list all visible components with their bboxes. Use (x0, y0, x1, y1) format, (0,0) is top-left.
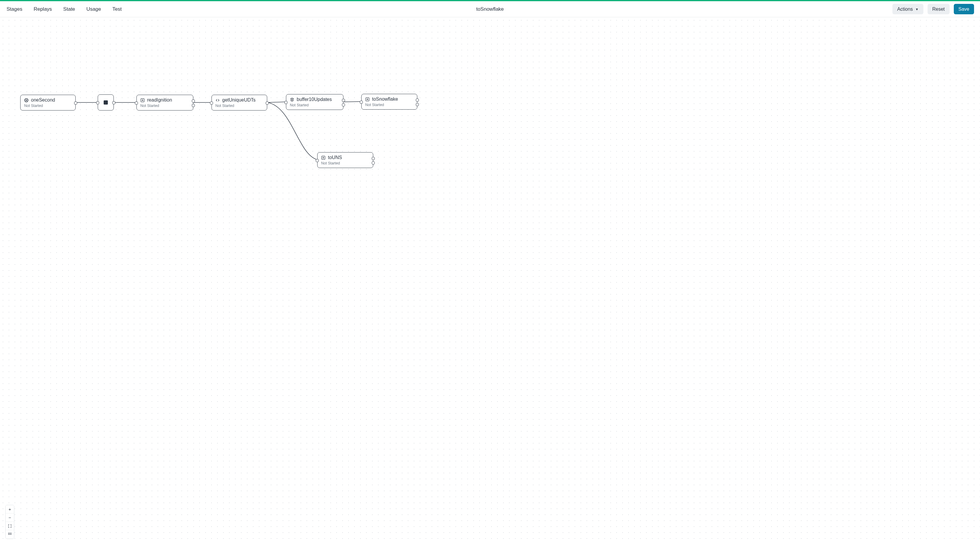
svg-rect-9 (10, 534, 10, 535)
port-in[interactable] (96, 101, 99, 104)
actions-dropdown[interactable]: Actions ▼ (892, 4, 923, 14)
port-out-2[interactable] (192, 104, 195, 107)
node-toUNS[interactable]: toUNS Not Started (317, 152, 373, 168)
code-icon (215, 98, 220, 102)
download-box-icon (365, 97, 370, 102)
zoom-fit-button[interactable] (6, 522, 14, 530)
tab-replays[interactable]: Replays (33, 5, 52, 13)
page-title: toSnowflake (476, 6, 504, 12)
node-label: oneSecond (31, 97, 55, 103)
port-in[interactable] (210, 102, 213, 105)
node-label: buffer10Updates (297, 97, 332, 102)
actions-label: Actions (897, 6, 913, 12)
node-label: readIgnition (147, 97, 172, 103)
right-actions: Actions ▼ Reset Save (892, 4, 974, 14)
node-status: Not Started (321, 161, 369, 165)
port-in[interactable] (360, 101, 363, 104)
tab-stages[interactable]: Stages (6, 5, 23, 13)
node-oneSecond[interactable]: oneSecond Not Started (20, 95, 76, 110)
node-stop[interactable] (98, 94, 114, 110)
tab-usage[interactable]: Usage (86, 5, 102, 13)
chevron-down-icon: ▼ (915, 8, 919, 11)
circle-dot-icon (24, 98, 29, 102)
zoom-controls: + − (5, 505, 14, 539)
port-in[interactable] (135, 102, 138, 105)
port-out[interactable] (112, 101, 115, 104)
port-out[interactable] (74, 102, 77, 105)
svg-rect-8 (8, 534, 9, 535)
grid-toggle-button[interactable] (6, 530, 14, 538)
port-out[interactable] (342, 99, 345, 102)
topbar: Stages Replays State Usage Test toSnowfl… (0, 1, 980, 17)
canvas[interactable]: oneSecond Not Started readIgnition Not S… (0, 17, 980, 543)
tab-bar: Stages Replays State Usage Test (6, 5, 122, 13)
node-getUniqueUDTs[interactable]: getUniqueUDTs Not Started (212, 95, 267, 110)
port-out[interactable] (266, 102, 269, 105)
port-out[interactable] (372, 157, 375, 160)
node-readIgnition[interactable]: readIgnition Not Started (137, 95, 193, 110)
stop-square-icon (103, 100, 108, 105)
node-status: Not Started (365, 103, 414, 107)
node-label: toSnowflake (372, 97, 398, 102)
port-out-2[interactable] (416, 103, 419, 106)
node-label: getUniqueUDTs (222, 97, 256, 103)
tab-state[interactable]: State (62, 5, 76, 13)
node-buffer10Updates[interactable]: buffer10Updates Not Started (286, 94, 344, 110)
node-status: Not Started (140, 104, 189, 108)
svg-rect-5 (8, 533, 9, 533)
port-in[interactable] (316, 159, 319, 162)
app-root: Stages Replays State Usage Test toSnowfl… (0, 0, 980, 543)
tab-test[interactable]: Test (112, 5, 122, 13)
save-button[interactable]: Save (954, 4, 974, 14)
port-out-2[interactable] (342, 104, 345, 106)
port-out[interactable] (192, 99, 195, 102)
download-box-icon (140, 98, 145, 102)
port-out[interactable] (416, 99, 419, 102)
node-toSnowflake[interactable]: toSnowflake Not Started (361, 94, 417, 110)
svg-rect-7 (11, 533, 11, 533)
download-box-icon (321, 156, 326, 160)
node-status: Not Started (24, 104, 72, 108)
node-status: Not Started (215, 104, 263, 108)
svg-rect-10 (11, 534, 11, 535)
svg-rect-6 (10, 533, 10, 533)
node-label: toUNS (328, 155, 342, 160)
svg-point-1 (25, 99, 27, 101)
zoom-in-button[interactable]: + (6, 505, 14, 514)
node-status: Not Started (290, 103, 340, 107)
port-out-2[interactable] (372, 161, 375, 164)
port-in[interactable] (285, 101, 288, 104)
stack-icon (290, 97, 294, 102)
zoom-out-button[interactable]: − (6, 514, 14, 522)
reset-button[interactable]: Reset (928, 4, 950, 14)
